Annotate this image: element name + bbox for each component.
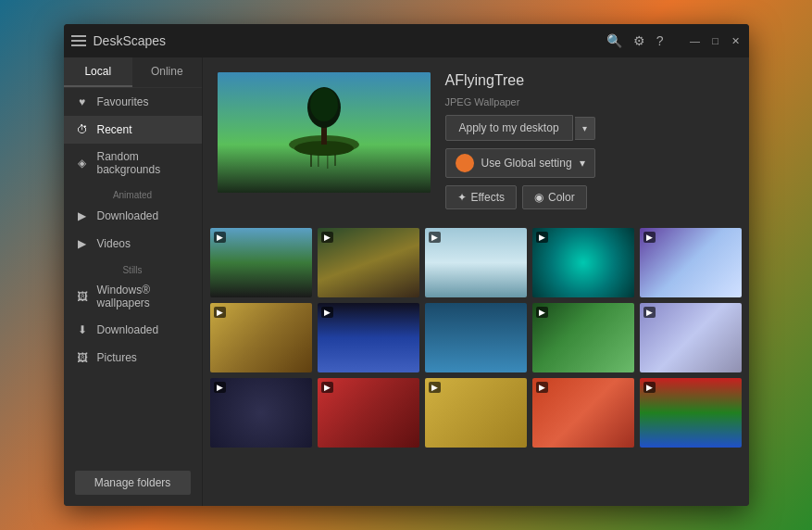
thumb-9[interactable]: ▶: [532, 303, 634, 372]
badge-13: ▶: [429, 382, 441, 393]
thumb-11[interactable]: ▶: [210, 378, 312, 448]
sidebar-item-label: Pictures: [97, 351, 137, 364]
color-icon: ◉: [534, 191, 543, 204]
main-window: DeskScapes 🔍 ⚙ ? — □ ✕ Local Online ♥ Fa…: [64, 24, 749, 506]
content-area: Local Online ♥ Favourites ⏱ Recent ◈ Ran…: [64, 57, 749, 506]
video-icon: ▶: [75, 236, 90, 251]
window-controls: — □ ✕: [690, 35, 742, 46]
sidebar-item-favourites[interactable]: ♥ Favourites: [64, 88, 202, 116]
badge-1: ▶: [214, 232, 226, 243]
main-content: AFlyingTree JPEG Wallpaper Apply to my d…: [203, 57, 749, 506]
badge-14: ▶: [536, 382, 548, 393]
apply-row: Apply to my desktop ▾: [445, 115, 734, 141]
settings-icon[interactable]: ⚙: [633, 33, 645, 48]
sidebar: Local Online ♥ Favourites ⏱ Recent ◈ Ran…: [64, 57, 203, 506]
thumb-8[interactable]: [425, 303, 527, 372]
grid-row-3: ▶ ▶ ▶ ▶ ▶: [210, 378, 742, 448]
minimize-button[interactable]: —: [690, 35, 701, 46]
color-label: Color: [548, 191, 575, 204]
global-setting-label: Use Global setting: [481, 157, 572, 170]
recent-icon: ⏱: [75, 122, 90, 137]
svg-rect-5: [327, 155, 329, 169]
sidebar-item-label: Windows® wallpapers: [97, 284, 191, 309]
wallpaper-name: AFlyingTree: [445, 72, 734, 89]
heart-icon: ♥: [75, 95, 90, 109]
sidebar-item-label: Downloaded: [97, 209, 159, 222]
sidebar-item-recent[interactable]: ⏱ Recent: [64, 116, 202, 144]
thumb-13[interactable]: ▶: [425, 378, 527, 448]
badge-11: ▶: [214, 382, 226, 393]
menu-icon[interactable]: [71, 35, 86, 46]
svg-point-9: [310, 88, 338, 121]
tab-local[interactable]: Local: [64, 57, 133, 87]
badge-5: ▶: [643, 232, 656, 243]
sidebar-item-videos[interactable]: ▶ Videos: [64, 230, 202, 258]
thumb-15[interactable]: ▶: [640, 378, 742, 448]
thumb-3[interactable]: ▶: [425, 228, 527, 297]
sidebar-item-windows-wallpapers[interactable]: 🖼 Windows® wallpapers: [64, 277, 202, 316]
thumb-6[interactable]: ▶: [210, 303, 312, 372]
apply-dropdown-button[interactable]: ▾: [575, 117, 595, 140]
grid-row-1: ▶ ▶ ▶ ▶ ▶: [210, 228, 742, 297]
thumb-14[interactable]: ▶: [532, 378, 634, 448]
badge-7: ▶: [321, 307, 333, 318]
svg-rect-6: [334, 154, 336, 166]
thumb-7[interactable]: ▶: [318, 303, 419, 372]
maximize-button[interactable]: □: [710, 35, 721, 46]
help-icon[interactable]: ?: [656, 33, 664, 48]
sidebar-item-label: Favourites: [97, 95, 149, 108]
wallpaper-type: JPEG Wallpaper: [445, 96, 734, 107]
svg-rect-3: [310, 154, 312, 167]
svg-rect-4: [318, 156, 319, 167]
effects-color-row: ✦ Effects ◉ Color: [445, 185, 734, 209]
info-panel: AFlyingTree JPEG Wallpaper Apply to my d…: [445, 72, 734, 209]
pictures-icon: 🖼: [75, 350, 90, 365]
app-title: DeskScapes: [94, 33, 167, 48]
wallpaper-grid: ▶ ▶ ▶ ▶ ▶: [203, 224, 749, 506]
sidebar-item-downloaded-stills[interactable]: ⬇ Downloaded: [64, 316, 202, 344]
section-animated-label: Animated: [64, 183, 202, 202]
sidebar-item-random[interactable]: ◈ Random backgrounds: [64, 144, 202, 183]
titlebar-left: DeskScapes: [71, 33, 167, 48]
play-icon: ▶: [75, 208, 90, 223]
thumb-10[interactable]: ▶: [640, 303, 742, 372]
effects-icon: ✦: [457, 191, 467, 204]
thumb-2[interactable]: ▶: [318, 228, 419, 297]
top-panel: AFlyingTree JPEG Wallpaper Apply to my d…: [203, 57, 749, 224]
thumb-12[interactable]: ▶: [318, 378, 419, 448]
section-stills-label: Stills: [64, 258, 202, 277]
sidebar-item-downloaded-animated[interactable]: ▶ Downloaded: [64, 202, 202, 230]
preview-svg: [218, 72, 431, 193]
download-icon: ⬇: [75, 322, 90, 337]
badge-3: ▶: [429, 232, 441, 243]
effects-button[interactable]: ✦ Effects: [445, 185, 517, 209]
badge-6: ▶: [214, 307, 226, 318]
color-button[interactable]: ◉ Color: [522, 185, 587, 209]
badge-12: ▶: [321, 382, 333, 393]
search-icon[interactable]: 🔍: [606, 33, 622, 48]
sidebar-item-label: Downloaded: [97, 323, 159, 336]
image-icon: 🖼: [75, 289, 90, 304]
effects-label: Effects: [471, 191, 505, 204]
badge-15: ▶: [643, 382, 656, 393]
sidebar-tabs: Local Online: [64, 57, 202, 88]
thumb-4[interactable]: ▶: [532, 228, 634, 297]
tab-online[interactable]: Online: [132, 57, 202, 87]
badge-9: ▶: [536, 307, 548, 318]
global-setting-select[interactable]: Use Global setting ▾: [445, 148, 595, 178]
apply-button[interactable]: Apply to my desktop: [445, 115, 573, 141]
thumb-5[interactable]: ▶: [640, 228, 742, 297]
grid-row-2: ▶ ▶ ▶ ▶: [210, 303, 742, 372]
badge-10: ▶: [643, 307, 656, 318]
select-arrow-icon: ▾: [580, 157, 585, 170]
sidebar-item-label: Random backgrounds: [97, 150, 191, 176]
sidebar-item-pictures[interactable]: 🖼 Pictures: [64, 344, 202, 372]
badge-2: ▶: [321, 232, 333, 243]
wallpaper-preview: [218, 72, 431, 193]
global-setting-row: Use Global setting ▾: [445, 148, 734, 178]
thumb-1[interactable]: ▶: [210, 228, 312, 297]
manage-folders-button[interactable]: Manage folders: [75, 471, 191, 495]
badge-4: ▶: [536, 232, 548, 243]
close-button[interactable]: ✕: [731, 35, 742, 46]
sidebar-item-label: Recent: [97, 123, 132, 136]
